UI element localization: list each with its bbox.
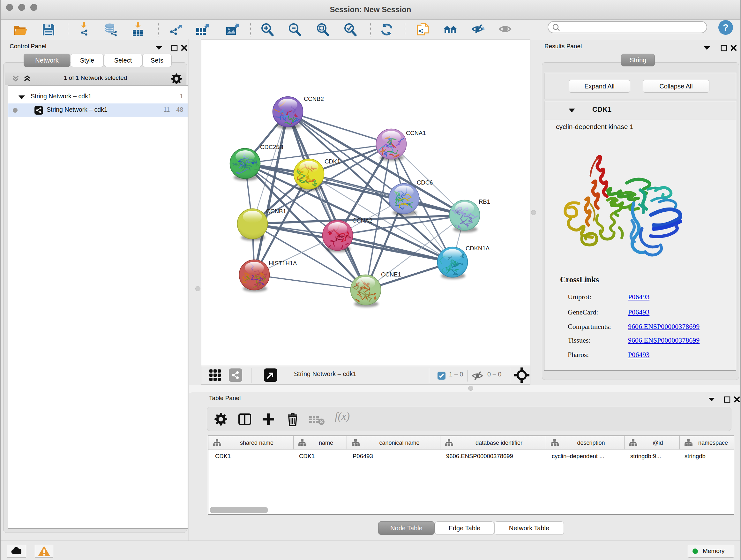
svg-text:RB1: RB1: [479, 198, 490, 205]
svg-text:CCNB2: CCNB2: [304, 96, 324, 102]
svg-text:CDKN1A: CDKN1A: [466, 245, 490, 252]
svg-text:CDC25B: CDC25B: [260, 144, 283, 150]
svg-text:HIST1H1A: HIST1H1A: [269, 260, 297, 266]
svg-text:CDK1: CDK1: [325, 158, 340, 165]
svg-text:CCNA1: CCNA1: [406, 130, 426, 136]
svg-text:CCNE1: CCNE1: [381, 271, 401, 278]
svg-text:CDC6: CDC6: [417, 179, 433, 186]
svg-text:?: ?: [723, 22, 729, 33]
svg-text:CCNA2: CCNA2: [352, 217, 373, 224]
svg-text:CCNB1: CCNB1: [266, 208, 286, 214]
